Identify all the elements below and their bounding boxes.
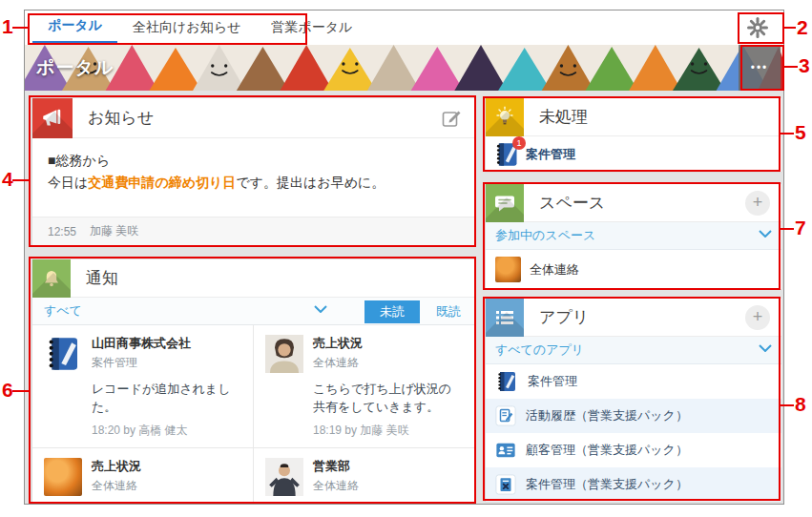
add-space-button[interactable]: + [745,191,770,216]
callout-line [12,390,31,392]
callout-6-label: 6 [2,379,13,402]
pencil-cover-image [25,45,783,91]
announcement-widget: お知らせ ■総務から 今日は交通費申請の締め切り日です。提出はお早めに。 12:… [32,98,475,245]
spaces-widget: スペース + 参加中のスペース 全体連絡 [486,184,781,289]
notification-source: 全体連絡 [313,478,464,494]
callout-3-label: 3 [799,54,810,77]
app-item-anken-pack[interactable]: 案件管理（営業支援パック） [486,467,781,502]
notification-title: 営業部 [313,458,464,475]
notification-filter-bar: すべて 未読 既読 [32,298,475,325]
tab-portal[interactable]: ポータル [32,10,117,45]
notification-title: 売上状況 [92,458,241,475]
lightbulb-icon [486,98,524,136]
notification-item[interactable]: 営業部 全体連絡 Everyone マーケティング部への資料やチラシの作成依頼に… [254,448,475,505]
notification-source: 案件管理 [92,355,241,371]
chevron-down-icon [759,344,772,352]
space-item-zentai[interactable]: 全体連絡 [486,250,781,289]
callout-line [782,66,798,68]
filter-dropdown[interactable]: すべて [44,302,82,320]
callout-1-label: 1 [2,15,13,38]
app-item-anken[interactable]: 案件管理 [486,364,781,399]
notification-body: レコードが追加されました。 [92,380,241,416]
app-list-icon [486,299,524,337]
portal-banner-title: ポータル [36,55,114,80]
all-apps-dropdown[interactable]: すべてのアプリ [486,337,781,364]
unprocessed-title: 未処理 [539,106,588,128]
cover-banner: ポータル ••• [25,45,783,91]
user-avatar [265,335,303,373]
announcement-line1: ■総務から [48,150,460,172]
unread-tab-button[interactable]: 未読 [364,300,420,323]
callout-line [779,133,794,134]
callout-line [12,27,30,29]
notification-meta: 18:20 by 高橋 健太 [92,423,241,439]
app-notebook-icon [44,335,82,373]
callout-4-label: 4 [2,168,13,191]
unread-count-badge: 1 [512,136,526,150]
all-apps-label: すべてのアプリ [495,341,584,359]
notification-item[interactable]: 山田商事株式会社 案件管理 レコードが追加されました。 18:20 by 高橋 … [32,325,253,448]
notification-body: 売上状況スレッドが作成されました。 [92,503,241,505]
tab-company-news[interactable]: 全社向けお知らせ [117,10,256,45]
notification-body: こちらで打ち上げ状況の共有をしていきます。 [313,380,464,416]
notification-source: 全体連絡 [313,355,464,371]
announcement-title: お知らせ [88,107,154,129]
space-thumbnail [495,257,521,282]
bell-icon [32,259,71,298]
notification-meta: 18:19 by 加藤 美咲 [313,423,464,439]
tab-sales-portal[interactable]: 営業ポータル [256,10,367,45]
chevron-down-icon[interactable] [314,305,327,313]
notification-body: Everyone マーケティング部への資料やチラシの作成依頼に使用するアプリを作… [313,503,464,505]
notification-title: 売上状況 [313,335,464,352]
activity-log-icon [495,405,516,426]
joined-spaces-label: 参加中のスペース [495,227,595,244]
announcement-body: ■総務から 今日は交通費申請の締め切り日です。提出はお早めに。 [32,138,475,217]
speech-bubble-icon [486,184,524,222]
notifications-title: 通知 [86,267,118,289]
apps-widget: アプリ + すべてのアプリ 案件管理 [486,299,781,502]
spaces-title: スペース [539,192,605,214]
deadline-highlight: 交通費申請の締め切り日 [88,175,236,190]
app-notebook-icon [495,370,518,393]
unprocessed-item-anken[interactable]: 1 案件管理 [486,136,781,172]
announcement-line2: 今日は交通費申請の締め切り日です。提出はお早めに。 [48,172,460,194]
read-tab-button[interactable]: 既読 [422,300,475,323]
apps-title: アプリ [539,306,589,328]
more-options-button[interactable]: ••• [739,45,781,91]
callout-line [779,404,794,406]
app-notebook-icon: 1 [493,141,520,168]
joined-spaces-dropdown[interactable]: 参加中のスペース [486,222,781,250]
callout-8-label: 8 [795,393,806,416]
deal-doc-icon [495,474,516,495]
app-item-label: 案件管理 [528,373,577,390]
callout-2-label: 2 [797,16,808,39]
announcement-author[interactable]: 加藤 美咲 [90,223,138,239]
notification-item[interactable]: 売上状況 全体連絡 売上状況スレッドが作成されました。 18:18 by 加藤 … [32,448,253,505]
app-item-label: 顧客管理（営業支援パック） [526,442,688,459]
callout-line [782,27,796,29]
portal-screenshot: ポータル 全社向けお知らせ 営業ポータル [24,10,784,505]
notification-item[interactable]: 売上状況 全体連絡 こちらで打ち上げ状況の共有をしていきます。 18:19 by… [254,325,475,448]
announcement-footer: 12:55 加藤 美咲 [32,217,475,245]
notification-source: 全体連絡 [92,478,241,494]
callout-line [12,179,31,181]
unprocessed-item-label: 案件管理 [526,146,575,163]
unprocessed-widget: 未処理 1 案件管理 [486,98,781,172]
notifications-widget: 通知 すべて 未読 既読 [32,259,475,505]
customer-card-icon [495,440,516,461]
settings-gear-icon[interactable] [747,17,768,38]
app-item-katsudo[interactable]: 活動履歴（営業支援パック） [486,399,781,433]
space-item-label: 全体連絡 [530,261,579,279]
portal-content: お知らせ ■総務から 今日は交通費申請の締め切り日です。提出はお早めに。 12:… [25,91,783,504]
notification-list: 山田商事株式会社 案件管理 レコードが追加されました。 18:20 by 高橋 … [32,325,475,505]
add-app-button[interactable]: + [745,305,770,330]
callout-7-label: 7 [795,217,806,239]
user-avatar [265,458,303,496]
announcement-time: 12:55 [48,225,76,238]
megaphone-icon [32,98,73,138]
portal-tab-bar: ポータル 全社向けお知らせ 営業ポータル [25,10,783,45]
edit-announcement-icon[interactable] [441,108,462,129]
notification-title: 山田商事株式会社 [92,335,241,352]
app-item-kokyaku[interactable]: 顧客管理（営業支援パック） [486,433,781,467]
callout-line [779,228,794,230]
